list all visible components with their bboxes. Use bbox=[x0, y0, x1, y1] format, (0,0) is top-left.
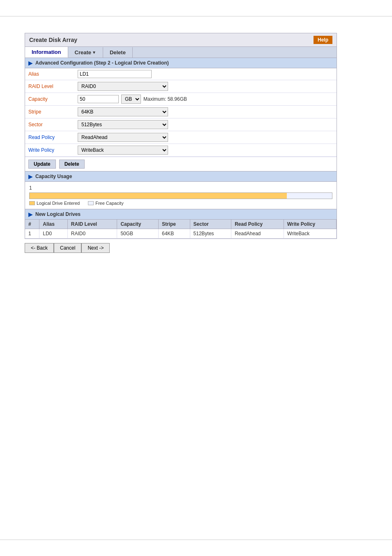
table-cell: RAID0 bbox=[67, 229, 117, 239]
stripe-select[interactable]: 64KB 128KB 256KB 512KB bbox=[78, 107, 168, 116]
legend-free-label: Free Capacity bbox=[95, 201, 123, 206]
new-logical-drives-section: ▶ New Logical Drives # Alias RAID Level … bbox=[25, 209, 337, 239]
new-ld-header: ▶ New Logical Drives bbox=[25, 209, 337, 220]
legend-used: Logical Drive Entered bbox=[29, 201, 80, 206]
cap-bar-free bbox=[287, 193, 332, 199]
ld-table-header-row: # Alias RAID Level Capacity Stripe Secto… bbox=[25, 220, 337, 229]
write-policy-cell: WriteBack WriteThrough BadBBU bbox=[74, 144, 337, 157]
capacity-bar bbox=[29, 192, 332, 199]
panel-title: Create Disk Array bbox=[29, 37, 77, 43]
capacity-legend: Logical Drive Entered Free Capacity bbox=[29, 201, 332, 206]
chevron-down-icon: ▼ bbox=[92, 50, 96, 55]
legend-box-free bbox=[88, 201, 94, 205]
tab-delete[interactable]: Delete bbox=[103, 47, 133, 58]
col-stripe: Stripe bbox=[158, 220, 190, 229]
tab-information[interactable]: Information bbox=[25, 47, 68, 58]
sector-row: Sector 512Bytes 4096Bytes bbox=[25, 118, 337, 131]
ld-table: # Alias RAID Level Capacity Stripe Secto… bbox=[25, 220, 337, 239]
content-area: Create Disk Array Help Information Creat… bbox=[0, 16, 392, 540]
stripe-label: Stripe bbox=[25, 106, 74, 118]
form-table: Alias RAID Level RAID0 RAID1 RAID5 RAID6… bbox=[25, 68, 337, 157]
table-cell: 64KB bbox=[158, 229, 190, 239]
advanced-config-header: ▶ Advanced Configuration (Step 2 - Logic… bbox=[25, 58, 337, 68]
table-cell: LD0 bbox=[39, 229, 68, 239]
table-cell: WriteBack bbox=[284, 229, 336, 239]
panel: Create Disk Array Help Information Creat… bbox=[25, 33, 337, 239]
read-policy-select[interactable]: ReadAhead Normal Adaptive bbox=[78, 133, 168, 142]
panel-header: Create Disk Array Help bbox=[25, 33, 337, 47]
cap-bar-used bbox=[30, 193, 287, 199]
action-bar: Update Delete bbox=[25, 157, 337, 171]
capacity-input[interactable] bbox=[78, 95, 119, 103]
table-cell: 512Bytes bbox=[190, 229, 231, 239]
stripe-cell: 64KB 128KB 256KB 512KB bbox=[74, 106, 337, 118]
raid-level-label: RAID Level bbox=[25, 80, 74, 93]
capacity-cell: GB MB Maximum: 58.96GB bbox=[74, 93, 337, 106]
col-number: # bbox=[25, 220, 39, 229]
capacity-unit-select[interactable]: GB MB bbox=[121, 95, 141, 104]
alias-label: Alias bbox=[25, 68, 74, 80]
cancel-button[interactable]: Cancel bbox=[54, 243, 81, 253]
update-button[interactable]: Update bbox=[28, 160, 56, 169]
write-policy-row: Write Policy WriteBack WriteThrough BadB… bbox=[25, 144, 337, 157]
sector-cell: 512Bytes 4096Bytes bbox=[74, 118, 337, 131]
ld-table-body: 1LD0RAID050GB64KB512BytesReadAheadWriteB… bbox=[25, 229, 337, 239]
raid-level-cell: RAID0 RAID1 RAID5 RAID6 RAID10 bbox=[74, 80, 337, 93]
tab-create[interactable]: Create ▼ bbox=[68, 47, 103, 58]
top-bar bbox=[0, 0, 392, 16]
legend-used-label: Logical Drive Entered bbox=[37, 201, 80, 206]
sector-label: Sector bbox=[25, 118, 74, 131]
write-policy-label: Write Policy bbox=[25, 144, 74, 157]
col-write-policy: Write Policy bbox=[284, 220, 336, 229]
capacity-row: Capacity GB MB Maximum: 58.96GB bbox=[25, 93, 337, 106]
col-read-policy: Read Policy bbox=[231, 220, 284, 229]
new-ld-title: New Logical Drives bbox=[35, 211, 81, 217]
arrow-icon: ▶ bbox=[28, 60, 33, 66]
table-cell: ReadAhead bbox=[231, 229, 284, 239]
capacity-usage-title: Capacity Usage bbox=[35, 174, 72, 179]
capacity-max-label: Maximum: 58.96GB bbox=[143, 96, 187, 102]
stripe-row: Stripe 64KB 128KB 256KB 512KB bbox=[25, 106, 337, 118]
sector-select[interactable]: 512Bytes 4096Bytes bbox=[78, 120, 168, 129]
legend-box-used bbox=[29, 201, 35, 205]
cap-row-number: 1 bbox=[29, 185, 332, 191]
col-alias: Alias bbox=[39, 220, 68, 229]
raid-level-select[interactable]: RAID0 RAID1 RAID5 RAID6 RAID10 bbox=[78, 82, 168, 91]
read-policy-row: Read Policy ReadAhead Normal Adaptive bbox=[25, 131, 337, 144]
raid-level-row: RAID Level RAID0 RAID1 RAID5 RAID6 RAID1… bbox=[25, 80, 337, 93]
col-capacity: Capacity bbox=[117, 220, 159, 229]
capacity-bar-area: 1 Logical Drive Entered Free Capacity bbox=[25, 182, 337, 209]
table-cell: 50GB bbox=[117, 229, 159, 239]
tabs-bar: Information Create ▼ Delete bbox=[25, 47, 337, 58]
capacity-usage-section: ▶ Capacity Usage 1 Logical Drive Entered bbox=[25, 171, 337, 209]
write-policy-select[interactable]: WriteBack WriteThrough BadBBU bbox=[78, 146, 168, 155]
alias-value-cell bbox=[74, 68, 337, 80]
legend-free: Free Capacity bbox=[88, 201, 123, 206]
delete-button[interactable]: Delete bbox=[59, 160, 85, 169]
alias-row: Alias bbox=[25, 68, 337, 80]
col-sector: Sector bbox=[190, 220, 231, 229]
table-row: 1LD0RAID050GB64KB512BytesReadAheadWriteB… bbox=[25, 229, 337, 239]
new-ld-arrow-icon: ▶ bbox=[28, 211, 33, 218]
table-cell: 1 bbox=[25, 229, 39, 239]
read-policy-cell: ReadAhead Normal Adaptive bbox=[74, 131, 337, 144]
bottom-bar bbox=[0, 540, 392, 556]
read-policy-label: Read Policy bbox=[25, 131, 74, 144]
alias-input[interactable] bbox=[78, 70, 152, 78]
advanced-config-title: Advanced Configuration (Step 2 - Logical… bbox=[35, 60, 169, 66]
help-button[interactable]: Help bbox=[314, 36, 332, 44]
capacity-arrow-icon: ▶ bbox=[28, 173, 33, 180]
col-raid-level: RAID Level bbox=[67, 220, 117, 229]
capacity-label: Capacity bbox=[25, 93, 74, 106]
capacity-usage-header: ▶ Capacity Usage bbox=[25, 171, 337, 182]
back-button[interactable]: <- Back bbox=[25, 243, 54, 253]
bottom-nav: <- Back Cancel Next -> bbox=[25, 243, 110, 253]
next-button[interactable]: Next -> bbox=[81, 243, 110, 253]
